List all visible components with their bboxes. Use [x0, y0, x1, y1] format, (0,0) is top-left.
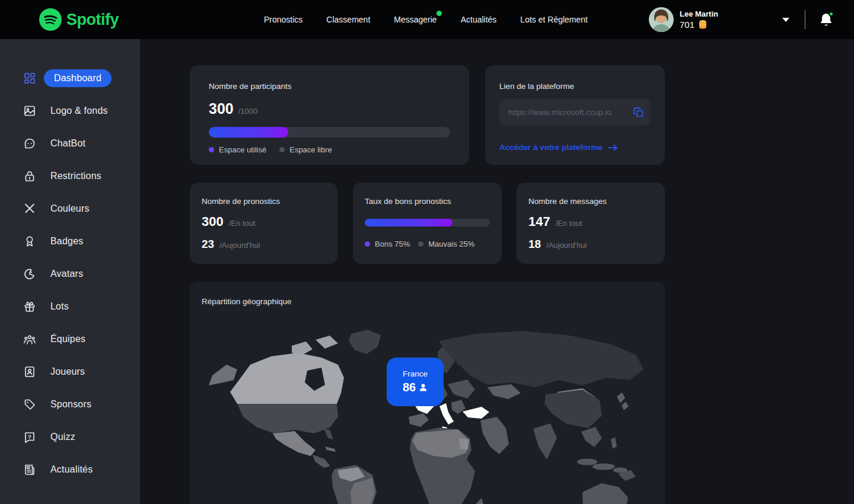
sidebar-label-quizz: Quizz	[50, 432, 75, 442]
participants-progress-fill	[209, 127, 288, 138]
main-content: Nombre de participants 300 /1000 Espace …	[140, 39, 854, 504]
access-platform-link[interactable]: Accéder à votre plateforme	[499, 143, 651, 152]
sidebar-label-equipes: Équipes	[50, 334, 85, 344]
image-icon	[23, 104, 37, 118]
header-divider	[805, 10, 805, 29]
spotify-logo[interactable]: Spotify	[39, 8, 119, 31]
sidebar-label-sponsors: Sponsors	[50, 399, 91, 410]
coins-icon	[698, 20, 708, 30]
avatar-face-icon	[23, 267, 37, 281]
crossed-pens-icon	[23, 202, 37, 216]
sidebar-label-badges: Badges	[50, 236, 83, 247]
nav-item-messagerie[interactable]: Messagerie	[394, 15, 436, 24]
platform-link-card: Lien de la plateforme Accéder à votre pl…	[485, 65, 665, 165]
sidebar-label-couleurs: Couleurs	[50, 203, 90, 214]
sidebar-item-chatbot[interactable]: ChatBot	[0, 127, 140, 160]
sidebar-label-joueurs: Joueurs	[50, 366, 85, 377]
sidebar-label-actualites: Actualités	[50, 464, 93, 475]
taux-pronostics-card: Taux de bons pronostics Bons 75% Mauvais…	[353, 183, 502, 264]
sidebar-label-chatbot: ChatBot	[50, 138, 85, 149]
top-nav-menu: Pronostics Classement Messagerie Actuali…	[264, 0, 588, 39]
messages-today-label: /Aujourd'hui	[546, 241, 587, 250]
sidebar: Dashboard Logo & fonds ChatBot	[0, 39, 140, 504]
tooltip-count: 86	[403, 381, 416, 394]
sidebar-item-restrictions[interactable]: Restrictions	[0, 160, 140, 192]
sidebar-item-actualites[interactable]: Actualités	[0, 453, 140, 486]
participants-card: Nombre de participants 300 /1000 Espace …	[190, 65, 469, 165]
world-map[interactable]	[203, 328, 651, 504]
pronostics-card-title: Nombre de pronostics	[202, 197, 326, 206]
sidebar-item-badges[interactable]: Badges	[0, 225, 140, 257]
pronostics-total-label: /En tout	[229, 219, 256, 228]
medal-icon	[23, 234, 37, 248]
nav-item-classement[interactable]: Classement	[326, 15, 370, 24]
taux-card-title: Taux de bons pronostics	[365, 197, 490, 206]
sidebar-item-dashboard[interactable]: Dashboard	[0, 62, 140, 94]
tooltip-country: France	[403, 369, 428, 378]
messages-card-title: Nombre de messages	[528, 197, 653, 206]
notifications-button[interactable]	[820, 12, 833, 27]
sidebar-label-avatars: Avatars	[50, 269, 83, 279]
messages-card: Nombre de messages 147 /En tout 18 /Aujo…	[517, 183, 665, 264]
platform-url-input[interactable]	[499, 99, 651, 125]
pronostics-today-value: 23	[202, 238, 214, 251]
geo-distribution-card: Répartition géographique	[190, 282, 665, 504]
taux-progress-bar	[365, 219, 490, 227]
lock-icon	[23, 169, 37, 183]
player-card-icon	[23, 365, 37, 379]
copy-link-button[interactable]	[632, 106, 645, 119]
sidebar-item-couleurs[interactable]: Couleurs	[0, 192, 140, 225]
avatar[interactable]	[649, 7, 674, 32]
sidebar-label-dashboard: Dashboard	[44, 69, 111, 87]
svg-text:?: ?	[28, 433, 31, 439]
geo-card-title: Répartition géographique	[202, 297, 653, 306]
messages-total-label: /En tout	[556, 219, 582, 228]
platform-link-title: Lien de la plateforme	[499, 82, 651, 91]
sidebar-item-joueurs[interactable]: Joueurs	[0, 355, 140, 388]
top-navbar: Spotify Pronostics Classement Messagerie…	[0, 0, 854, 39]
copy-icon	[633, 107, 644, 118]
user-name: Lee Martin	[680, 9, 718, 18]
sidebar-item-lots[interactable]: Lots	[0, 290, 140, 323]
participants-progress-bar	[209, 127, 450, 138]
map-tooltip-france[interactable]: France 86	[387, 358, 444, 406]
chat-bubble-icon	[23, 136, 37, 151]
team-icon	[23, 332, 37, 346]
messages-today-value: 18	[528, 238, 541, 251]
nav-item-actualites[interactable]: Actualités	[461, 15, 497, 24]
sidebar-item-equipes[interactable]: Équipes	[0, 323, 140, 355]
legend-free-label: Espace libre	[289, 145, 332, 154]
nav-item-pronostics[interactable]: Pronostics	[264, 15, 302, 24]
user-meta: Lee Martin 701	[680, 9, 718, 30]
news-icon	[23, 462, 37, 477]
user-points-value: 701	[680, 20, 694, 30]
messagerie-notification-dot	[436, 11, 442, 16]
sidebar-item-avatars[interactable]: Avatars	[0, 257, 140, 290]
taux-progress-fill	[365, 219, 453, 227]
brand-name: Spotify	[66, 11, 119, 29]
legend-used-dot	[209, 147, 214, 152]
participants-value: 300	[209, 100, 234, 117]
pronostics-today-label: /Aujourd'hui	[219, 241, 260, 250]
sidebar-item-logo-fonds[interactable]: Logo & fonds	[0, 94, 140, 127]
legend-bons-label: Bons 75%	[375, 240, 410, 248]
messages-total-value: 147	[528, 214, 550, 229]
legend-bons-dot	[365, 241, 370, 247]
arrow-right-icon	[608, 144, 618, 151]
user-dropdown-caret[interactable]	[782, 18, 789, 22]
sidebar-item-sponsors[interactable]: Sponsors	[0, 388, 140, 420]
gift-icon	[23, 299, 37, 314]
bell-notification-dot	[828, 11, 834, 17]
pronostics-card: Nombre de pronostics 300 /En tout 23 /Au…	[190, 183, 337, 264]
legend-mauvais-label: Mauvais 25%	[428, 240, 474, 248]
participants-card-title: Nombre de participants	[209, 82, 450, 91]
sidebar-label-logo-fonds: Logo & fonds	[50, 106, 108, 116]
user-section: Lee Martin 701	[649, 0, 833, 39]
sidebar-label-couleurs-restrictions: Restrictions	[50, 171, 101, 181]
legend-used-label: Espace utilisé	[219, 145, 266, 154]
nav-item-lots-reglement[interactable]: Lots et Règlement	[520, 15, 588, 24]
tag-icon	[23, 397, 37, 412]
question-bubble-icon: ?	[23, 430, 37, 444]
sidebar-item-quizz[interactable]: ? Quizz	[0, 420, 140, 453]
sidebar-label-lots: Lots	[50, 301, 69, 312]
